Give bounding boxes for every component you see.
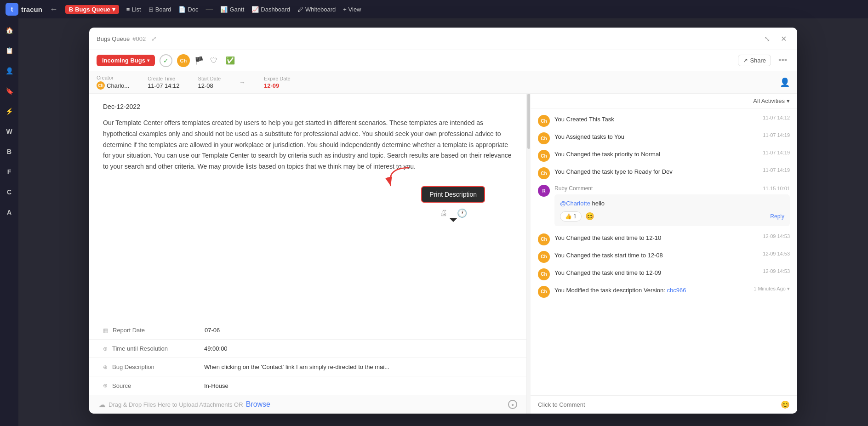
activity-content: You Changed the task end time to 12-10 [554, 233, 758, 242]
creator-value: Ch Charlo... [97, 81, 129, 90]
clock-icon[interactable]: 🕐 [457, 208, 467, 218]
activity-time: 11-07 14:19 [763, 167, 790, 173]
browse-link[interactable]: Browse [246, 400, 270, 409]
date-arrow-icon: → [239, 79, 246, 86]
app-logo: t tracun [6, 3, 42, 16]
sidebar-item-bookmarks[interactable]: 🔖 [3, 85, 16, 97]
activity-time: 12-09 14:53 [763, 251, 790, 256]
sidebar-item-w[interactable]: W [3, 125, 16, 138]
create-time-label: Create Time [148, 76, 179, 81]
activity-item: Ch You Changed the task end time to 12-0… [531, 266, 797, 283]
nav-gantt[interactable]: 📊 Gantt [220, 6, 244, 13]
sidebar-item-home[interactable]: 🏠 [3, 24, 16, 37]
activity-time: 11-07 14:12 [763, 115, 790, 120]
activity-panel: All Activities ▾ Ch You Created This Tas… [531, 94, 797, 414]
status-label: Incoming Bugs [102, 57, 145, 64]
like-button[interactable]: 👍 1 [560, 211, 582, 222]
share-button[interactable]: ↗ Share [738, 55, 771, 66]
field-icon-source: ⊕ [103, 382, 108, 389]
nav-add-view[interactable]: + View [343, 6, 361, 13]
comment-actions: 👍 1 😊 Reply [560, 211, 784, 222]
nav-list[interactable]: ≡ List [126, 6, 141, 13]
activity-header: All Activities ▾ [531, 94, 797, 108]
nav-dashboard[interactable]: 📈 Dashboard [251, 6, 290, 13]
print-button[interactable]: 🖨 [440, 208, 448, 218]
maximize-button[interactable]: ⤡ [760, 32, 773, 45]
meta-expire-date: Expire Date 12-09 [264, 76, 290, 89]
activity-scroll[interactable]: Ch You Created This Task 11-07 14:12 Ch … [531, 108, 797, 395]
nav-doc[interactable]: 📄 Doc [178, 6, 198, 13]
project-tag-letter: B [69, 6, 73, 13]
content-scrollbar-thumb [527, 94, 530, 149]
comment-input-area: 😊 [531, 395, 797, 414]
activity-content: You Changed the task priority to Normal [554, 150, 758, 159]
upload-status-circle: ● [508, 400, 517, 409]
avatar: Ch [538, 115, 550, 127]
shield-icon[interactable]: 🛡 [208, 55, 219, 67]
check-circle-icon[interactable]: ✅ [224, 54, 237, 67]
more-options-button[interactable]: ••• [776, 54, 790, 67]
sidebar-item-c[interactable]: C [3, 186, 16, 199]
comment-input[interactable] [538, 401, 777, 408]
activity-text: You Modified the task description Versio… [554, 287, 686, 294]
sidebar-item-a[interactable]: A [3, 206, 16, 219]
breadcrumb: Bugs Queue #002 [97, 35, 146, 42]
field-icon-report-date: ▦ [103, 327, 108, 334]
version-link[interactable]: cbc966 [667, 287, 686, 294]
sidebar-item-b[interactable]: B [3, 145, 16, 158]
user-profile-icon[interactable]: 👤 [780, 77, 790, 87]
creator-name: Charlo... [107, 82, 129, 89]
modal-header: Bugs Queue #002 ⤢ ⤡ ✕ [89, 28, 797, 50]
meta-start-date: Start Date 12-08 [198, 76, 221, 89]
emoji-picker-button[interactable]: 😊 [781, 400, 790, 409]
logo-icon: t [6, 3, 18, 16]
sidebar-item-users[interactable]: 👤 [3, 64, 16, 77]
activity-text: You Changed the task priority to Normal [554, 151, 660, 158]
flag-icon[interactable]: 🏴 [194, 56, 204, 65]
complete-check-button[interactable]: ✓ [160, 54, 172, 67]
share-label: Share [750, 57, 766, 64]
comment-activity-item: R Ruby Comment 11-15 10:01 @Charlotte he… [531, 182, 797, 231]
activity-item: Ch You Changed the task end time to 12-1… [531, 231, 797, 248]
expire-date-value: 12-09 [264, 82, 290, 89]
start-date-value: 12-08 [198, 82, 221, 89]
nav-back-button[interactable]: ← [50, 5, 58, 14]
commenter-name: Ruby Comment [554, 185, 593, 193]
avatar: Ch [538, 150, 550, 162]
left-sidebar: 🏠 📋 👤 🔖 ⚡ W B F C A [0, 18, 18, 426]
status-button[interactable]: Incoming Bugs ▾ [97, 55, 155, 66]
activity-content: You Changed the task type to Ready for D… [554, 167, 758, 176]
app-name: tracun [21, 6, 42, 13]
description-scroll[interactable]: Dec-12-2022 Our Template Center offers t… [89, 94, 526, 321]
close-button[interactable]: ✕ [777, 32, 790, 45]
upload-cloud-icon: ☁ [98, 400, 106, 409]
activity-time: 12-09 14:53 [763, 268, 790, 274]
activity-time-ago: 1 Minutes Ago ▾ [754, 286, 790, 292]
breadcrumb-link[interactable]: Bugs Queue [97, 35, 130, 42]
meta-creator: Creator Ch Charlo... [97, 75, 129, 90]
assignee-avatar[interactable]: Ch [177, 54, 190, 67]
emoji-reaction-button[interactable]: 😊 [585, 212, 594, 221]
content-scrollbar[interactable] [527, 94, 531, 414]
activities-chevron-icon: ▾ [787, 97, 790, 104]
activity-content: You Created This Task [554, 115, 758, 124]
reply-button[interactable]: Reply [770, 213, 784, 220]
field-report-date: ▦ Report Date 07-06 [89, 321, 526, 340]
gantt-icon: 📊 [220, 6, 228, 13]
field-icon-resolution: ⊕ [103, 346, 108, 352]
sidebar-item-f[interactable]: F [3, 165, 16, 178]
nav-board[interactable]: ⊞ Board [148, 6, 171, 13]
project-tag[interactable]: B Bugs Queue ▾ [65, 5, 119, 14]
content-area: Dec-12-2022 Our Template Center offers t… [89, 94, 527, 414]
all-activities-filter[interactable]: All Activities ▾ [753, 97, 790, 104]
description-text: Our Template Center offers templates cre… [103, 118, 513, 172]
sidebar-item-activity[interactable]: ⚡ [3, 105, 16, 118]
sidebar-item-tasks[interactable]: 📋 [3, 44, 16, 57]
expand-icon[interactable]: ⤢ [151, 35, 157, 42]
avatar: Ch [538, 132, 550, 144]
doc-icon: 📄 [178, 6, 186, 13]
upload-bar: ☁ Drag & Drop Files Here to Upload Attac… [89, 395, 526, 414]
nav-whiteboard[interactable]: 🖊 Whiteboard [297, 6, 336, 13]
field-value-source: In-House [204, 382, 513, 389]
description-date: Dec-12-2022 [103, 103, 513, 110]
